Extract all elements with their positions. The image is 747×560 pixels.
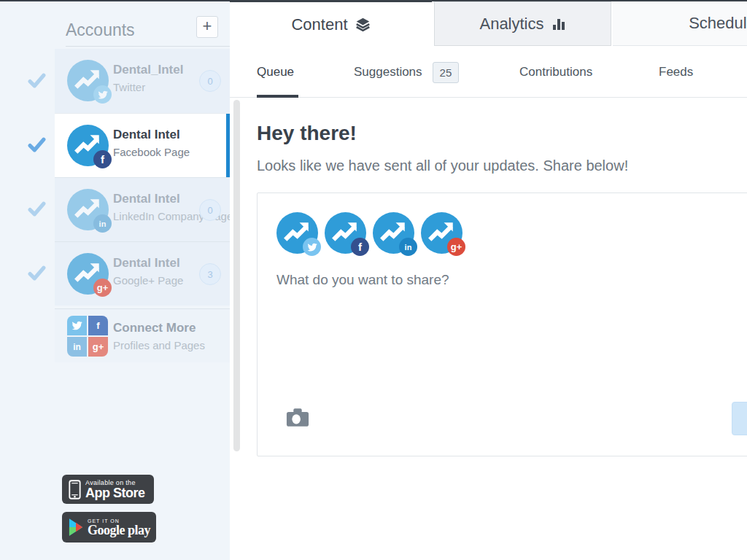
accounts-header: Accounts + <box>66 15 230 47</box>
composer-avatar-linkedin[interactable]: in <box>373 212 414 254</box>
bar-chart-icon <box>551 17 566 31</box>
queue-count-badge: 0 <box>199 70 221 92</box>
content-subtabs: Queue Suggestions 25 Contributions Feeds <box>230 47 747 98</box>
tab-content[interactable]: Content <box>230 0 432 47</box>
connect-more-row: f in g+ Connect More Profiles and Pages <box>0 308 230 362</box>
selected-indicator <box>226 114 230 177</box>
facebook-icon: f <box>88 316 108 335</box>
linkedin-icon: in <box>67 337 87 357</box>
accounts-divider <box>66 46 230 47</box>
suggestions-count-badge: 25 <box>433 62 460 83</box>
twitter-icon <box>67 316 87 335</box>
social-networks-grid-icon: f in g+ <box>67 316 108 357</box>
account-avatar: g+ <box>67 253 109 295</box>
account-item-googleplus: g+ Dental Intel Google+ Page 3 <box>0 241 230 306</box>
linkedin-icon: in <box>399 238 417 256</box>
window-top-border <box>0 0 747 1</box>
camera-icon <box>286 408 309 427</box>
main-content: Content Analytics Schedule Queue S <box>230 0 747 560</box>
account-card-facebook[interactable]: f Dental Intel Facebook Page <box>55 113 230 177</box>
account-card-twitter[interactable]: Dental_Intel Twitter 0 <box>55 49 230 113</box>
check-icon[interactable] <box>28 71 46 90</box>
account-network: Twitter <box>113 81 145 93</box>
account-card-linkedin[interactable]: in Dental Intel LinkedIn Company Page 0 <box>55 177 230 241</box>
twitter-icon <box>93 85 112 104</box>
googleplus-icon: g+ <box>88 337 108 357</box>
account-card-googleplus[interactable]: g+ Dental Intel Google+ Page 3 <box>55 241 230 306</box>
subtab-suggestions-label: Suggestions <box>354 65 422 79</box>
account-network: Google+ Page <box>113 274 183 287</box>
update-composer: f in g+ <box>257 192 747 456</box>
add-account-button[interactable]: + <box>196 16 218 38</box>
composer-input[interactable] <box>276 272 729 381</box>
composer-avatar-googleplus[interactable]: g+ <box>421 212 462 254</box>
account-avatar: f <box>67 125 109 166</box>
accounts-title: Accounts <box>66 20 135 40</box>
facebook-icon: f <box>351 238 369 256</box>
subtab-contributions[interactable]: Contributions <box>519 47 592 98</box>
primary-tabbar: Content Analytics Schedule <box>230 0 747 47</box>
app-store-label: App Store <box>85 486 145 499</box>
composer-profile-avatars: f in g+ <box>276 212 462 254</box>
layers-icon <box>355 17 371 32</box>
tab-schedule[interactable]: Schedule <box>613 1 747 46</box>
empty-queue-subheading: Looks like we have sent all of your upda… <box>257 158 628 174</box>
content-scrollbar[interactable] <box>233 100 240 451</box>
play-triangle-icon <box>69 518 83 536</box>
connect-more-title: Connect More <box>113 321 196 335</box>
buffer-dashboard: Accounts + Dental_Intel Twitter 0 <box>0 0 747 560</box>
subtab-queue-label: Queue <box>257 65 294 79</box>
account-name: Dental Intel <box>113 256 180 271</box>
account-name: Dental_Intel <box>113 63 183 77</box>
check-icon[interactable] <box>28 136 46 154</box>
subtab-feeds[interactable]: Feeds <box>659 47 693 98</box>
tab-content-label: Content <box>291 15 347 34</box>
facebook-icon: f <box>93 150 112 168</box>
google-play-badge[interactable]: GET IT ON Google play <box>62 512 156 542</box>
queue-count-badge: 0 <box>199 199 221 221</box>
account-name: Dental Intel <box>113 192 180 206</box>
account-item-facebook: f Dental Intel Facebook Page <box>0 113 230 177</box>
connect-more-button[interactable]: f in g+ Connect More Profiles and Pages <box>55 308 230 362</box>
account-avatar <box>67 60 109 101</box>
composer-avatar-twitter[interactable] <box>276 212 318 254</box>
account-name: Dental Intel <box>113 128 180 142</box>
account-item-linkedin: in Dental Intel LinkedIn Company Page 0 <box>0 177 230 241</box>
tab-analytics[interactable]: Analytics <box>434 1 611 46</box>
subtab-feeds-label: Feeds <box>659 65 693 79</box>
subtab-queue[interactable]: Queue <box>257 47 294 98</box>
account-network: Facebook Page <box>113 146 190 158</box>
google-play-label: Google play <box>88 524 150 537</box>
attach-photo-button[interactable] <box>285 408 310 428</box>
googleplus-icon: g+ <box>447 238 465 256</box>
accounts-sidebar: Accounts + Dental_Intel Twitter 0 <box>0 0 230 560</box>
queue-count-badge: 3 <box>199 263 221 285</box>
queue-panel: Hey there! Looks like we have sent all o… <box>230 98 747 560</box>
subtab-contributions-label: Contributions <box>519 65 592 79</box>
subtab-suggestions[interactable]: Suggestions 25 <box>354 47 459 98</box>
composer-avatar-facebook[interactable]: f <box>325 212 366 254</box>
check-icon[interactable] <box>28 200 46 218</box>
tab-schedule-label: Schedule <box>689 14 747 33</box>
googleplus-icon: g+ <box>93 279 112 297</box>
twitter-icon <box>303 238 321 256</box>
check-icon[interactable] <box>28 264 46 282</box>
empty-queue-heading: Hey there! <box>257 122 357 145</box>
account-item-twitter: Dental_Intel Twitter 0 <box>0 49 230 113</box>
account-avatar: in <box>67 189 109 230</box>
linkedin-icon: in <box>93 214 112 233</box>
share-now-button[interactable] <box>732 402 747 435</box>
app-store-badge[interactable]: Available on the App Store <box>62 475 154 504</box>
iphone-icon <box>69 480 81 499</box>
tab-analytics-label: Analytics <box>479 15 543 34</box>
connect-more-subtitle: Profiles and Pages <box>113 339 205 351</box>
